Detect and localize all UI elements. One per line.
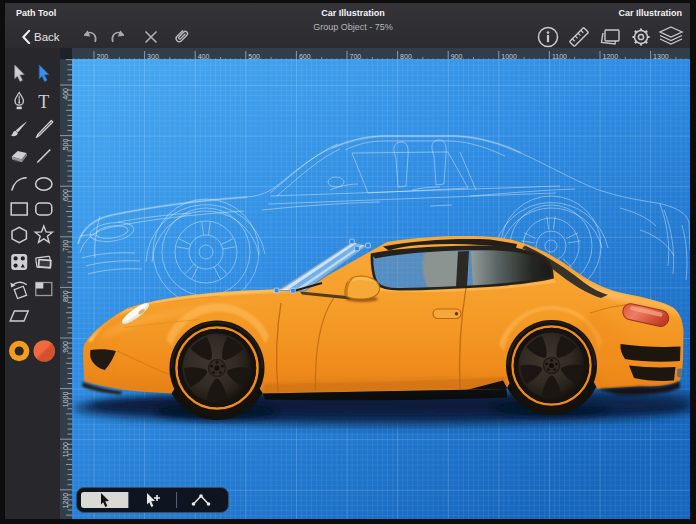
svg-text:900: 900 [62,341,69,353]
svg-text:600: 600 [62,189,69,201]
svg-text:800: 800 [62,290,69,302]
svg-text:500: 500 [62,139,69,151]
svg-text:1000: 1000 [62,391,69,407]
svg-text:700: 700 [62,240,69,252]
svg-text:1200: 1200 [62,493,69,509]
svg-text:400: 400 [62,88,69,100]
svg-text:T: T [38,92,49,112]
svg-text:1100: 1100 [62,442,69,457]
